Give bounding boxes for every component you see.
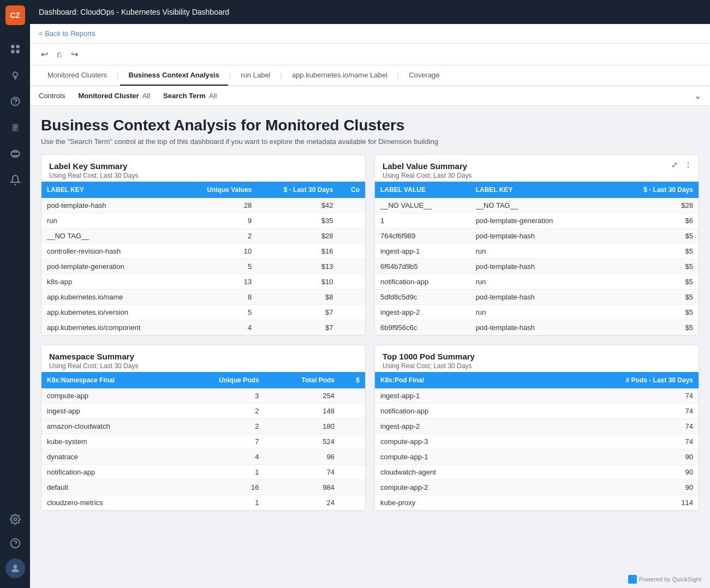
table-row[interactable]: run 9 $35 — [41, 213, 365, 229]
filter-monitored-cluster-value: All — [142, 92, 150, 100]
controls-bar: Controls Monitored Cluster All Search Te… — [30, 86, 710, 106]
controls-expand-icon[interactable]: ⌄ — [694, 91, 701, 101]
tab-app-k8s[interactable]: app.kubernetes.io/name Label — [283, 65, 396, 86]
table-row[interactable]: ingest-app-1 run $5 — [375, 244, 699, 259]
sidebar-item-alerts[interactable] — [4, 169, 26, 191]
table-row[interactable]: ingest-app 2 148 — [41, 404, 365, 419]
table-row[interactable]: ingest-app-2 74 — [375, 419, 699, 434]
table-row[interactable]: k8s-app 13 $10 — [41, 274, 365, 290]
table-row[interactable]: amazon-cloudwatch 2 180 — [41, 419, 365, 434]
svg-point-13 — [13, 565, 17, 568]
cell-dollars: $8 — [257, 290, 338, 305]
sidebar-item-scan[interactable] — [4, 143, 26, 165]
tab-coverage[interactable]: Coverage — [400, 65, 448, 86]
cell-key: k8s-app — [41, 274, 182, 290]
table-row[interactable]: ingest-app-2 run $5 — [375, 305, 699, 320]
top-panels-row: Label Key Summary Using Real Cost; Last … — [41, 154, 699, 336]
table-row[interactable]: 764cf6f989 pod-template-hash $5 — [375, 229, 699, 244]
tab-divider-3: | — [281, 71, 282, 80]
cell-namespace: notification-app — [41, 465, 177, 480]
table-row[interactable]: pod-template-generation 5 $13 — [41, 259, 365, 274]
svg-rect-0 — [11, 45, 14, 49]
sidebar-item-user[interactable] — [5, 559, 25, 578]
table-row[interactable]: notification-app 1 74 — [41, 465, 365, 480]
table-row[interactable]: controller-revision-hash 10 $16 — [41, 244, 365, 259]
sidebar-item-bulb[interactable] — [4, 64, 26, 86]
expand-button[interactable]: ⤢ — [669, 159, 680, 170]
sidebar-item-settings[interactable] — [4, 508, 26, 530]
table-row[interactable]: 5dfd8c5d9c pod-template-hash $5 — [375, 290, 699, 305]
cell-key: pod-template-hash — [470, 290, 606, 305]
cell-key: __NO TAG__ — [41, 229, 182, 244]
svg-rect-7 — [13, 125, 17, 126]
sidebar-item-reports[interactable] — [4, 117, 26, 139]
cell-value: 764cf6f989 — [375, 229, 470, 244]
table-row[interactable]: cloudwatch-agent 90 — [375, 465, 699, 480]
cell-co — [338, 305, 365, 320]
filter-search-term[interactable]: Search Term All — [163, 92, 217, 100]
svg-rect-9 — [13, 129, 15, 130]
cell-co — [338, 274, 365, 290]
redo-button[interactable]: ↪ — [69, 48, 80, 61]
back-link[interactable]: < Back to Reports — [30, 24, 710, 44]
undo2-button[interactable]: ⎌ — [55, 49, 64, 61]
cell-dollars — [340, 449, 365, 465]
label-value-summary-header: Label Value Summary Using Real Cost; Las… — [375, 155, 699, 182]
table-row[interactable]: compute-app-3 74 — [375, 434, 699, 449]
table-row[interactable]: compute-app 3 254 — [41, 388, 365, 404]
table-row[interactable]: app.kubernetes.io/component 4 $7 — [41, 320, 365, 335]
tab-monitored-clusters[interactable]: Monitored Clusters — [39, 65, 116, 86]
namespace-summary-table-container[interactable]: K8s:Namespace Final Unique Pods Total Po… — [41, 372, 365, 511]
label-value-summary-table-container[interactable]: LABEL VALUE LABEL KEY $ - Last 30 Days _… — [375, 182, 699, 335]
cell-dollars — [340, 434, 365, 449]
table-row[interactable]: kube-proxy 114 — [375, 495, 699, 511]
cell-key: app.kubernetes.io/name — [41, 290, 182, 305]
table-row[interactable]: notification-app run $5 — [375, 274, 699, 290]
table-row[interactable]: __NO TAG__ 2 $28 — [41, 229, 365, 244]
table-row[interactable]: 6b9f956c6c pod-template-hash $5 — [375, 320, 699, 335]
cell-key: controller-revision-hash — [41, 244, 182, 259]
cell-pod: compute-app-3 — [375, 434, 523, 449]
tab-run-label[interactable]: run Label — [232, 65, 279, 86]
cell-namespace: ingest-app — [41, 404, 177, 419]
col-unique-pods: Unique Pods — [177, 372, 265, 388]
table-row[interactable]: compute-app-2 90 — [375, 480, 699, 495]
table-row[interactable]: app.kubernetes.io/name 8 $8 — [41, 290, 365, 305]
cell-unique: 4 — [182, 320, 257, 335]
cell-namespace: kube-system — [41, 434, 177, 449]
label-value-summary-subtitle: Using Real Cost; Last 30 Days — [383, 172, 691, 179]
table-row[interactable]: ingest-app-1 74 — [375, 388, 699, 404]
cell-dollars: $7 — [257, 320, 338, 335]
cell-total: 148 — [265, 404, 340, 419]
sidebar-item-dashboard[interactable] — [4, 38, 26, 60]
table-row[interactable]: compute-app-1 90 — [375, 449, 699, 465]
table-row[interactable]: default 16 984 — [41, 480, 365, 495]
cell-unique: 4 — [177, 449, 265, 465]
more-button[interactable]: ⋮ — [682, 159, 694, 170]
table-row[interactable]: 1 pod-template-generation $6 — [375, 213, 699, 229]
cell-namespace: compute-app — [41, 388, 177, 404]
dashboard-subtitle: Use the "Search Term" control at the top… — [41, 137, 699, 146]
pod-summary-table-container[interactable]: K8s:Pod Final # Pods - Last 30 Days inge… — [375, 372, 699, 511]
label-key-summary-table-container[interactable]: LABEL KEY Unique Values $ - Last 30 Days… — [41, 182, 365, 335]
cell-total: 180 — [265, 419, 340, 434]
svg-point-4 — [13, 72, 17, 76]
table-row[interactable]: dynatrace 4 96 — [41, 449, 365, 465]
cell-namespace: cloudzero-metrics — [41, 495, 177, 511]
sidebar-item-help[interactable] — [4, 532, 26, 554]
table-row[interactable]: 6f64b7d9b5 pod-template-hash $5 — [375, 259, 699, 274]
undo-button[interactable]: ↩ — [39, 48, 50, 61]
table-row[interactable]: kube-system 7 524 — [41, 434, 365, 449]
col-ns-dollars: $ — [340, 372, 365, 388]
tab-business-context[interactable]: Business Context Analysis — [120, 65, 228, 86]
cell-unique: 2 — [177, 419, 265, 434]
sidebar-item-cost[interactable] — [4, 91, 26, 112]
label-key-summary-table: LABEL KEY Unique Values $ - Last 30 Days… — [41, 182, 365, 335]
table-row[interactable]: __NO VALUE__ __NO TAG__ $28 — [375, 198, 699, 213]
table-row[interactable]: pod-template-hash 28 $42 — [41, 198, 365, 213]
table-row[interactable]: app.kubernetes.io/version 5 $7 — [41, 305, 365, 320]
table-row[interactable]: cloudzero-metrics 1 24 — [41, 495, 365, 511]
cell-total: 984 — [265, 480, 340, 495]
filter-monitored-cluster[interactable]: Monitored Cluster All — [78, 92, 150, 100]
table-row[interactable]: notification-app 74 — [375, 404, 699, 419]
